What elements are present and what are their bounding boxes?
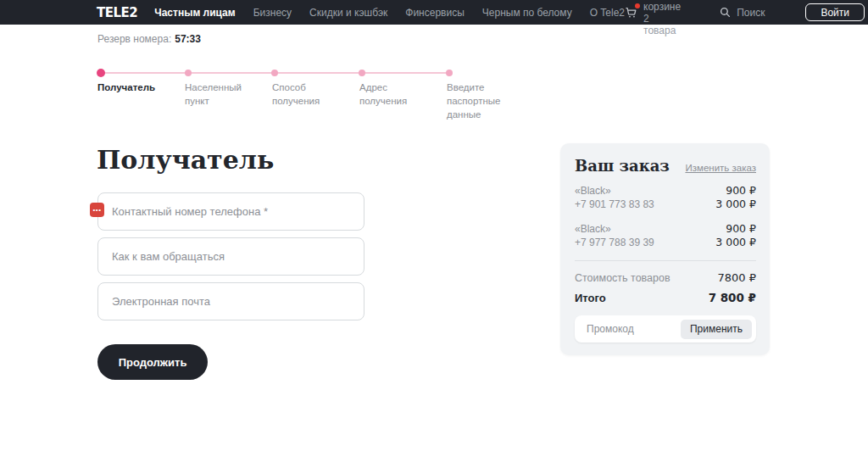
cart-icon bbox=[625, 6, 637, 19]
step-label-locality: Населенный пункт bbox=[185, 81, 259, 108]
search-link[interactable]: Поиск bbox=[720, 7, 765, 19]
subtotal-label: Стоимость товаров bbox=[575, 271, 670, 285]
password-manager-extension-icon[interactable] bbox=[90, 203, 104, 217]
subtotal-value: 7800 ₽ bbox=[718, 271, 757, 285]
nav-item-private-clients[interactable]: Частным лицам bbox=[154, 7, 235, 19]
item-name: «Black» bbox=[575, 184, 611, 198]
cart-label: В корзине 2 товара bbox=[643, 0, 681, 36]
step-label-recipient: Получатель bbox=[97, 81, 172, 94]
email-input[interactable] bbox=[97, 282, 364, 320]
promo-code-input[interactable] bbox=[575, 323, 681, 335]
top-navbar: TELE2 Частным лицам Бизнесу Скидки и кэш… bbox=[0, 0, 868, 25]
page-title: Получатель bbox=[97, 145, 274, 175]
nav-item-business[interactable]: Бизнесу bbox=[253, 7, 292, 19]
reserve-time: 57:33 bbox=[175, 33, 201, 45]
tele2-logo[interactable]: TELE2 bbox=[97, 5, 137, 20]
apply-promo-button[interactable]: Применить bbox=[681, 320, 752, 339]
item-phone: +7 901 773 83 83 bbox=[575, 198, 654, 211]
step-dot-1 bbox=[97, 69, 105, 77]
cart-link[interactable]: В корзине 2 товара bbox=[625, 0, 681, 36]
promo-code-box: Применить bbox=[575, 315, 756, 343]
nav-item-black-on-white[interactable]: Черным по белому bbox=[482, 7, 572, 19]
order-title: Ваш заказ bbox=[575, 157, 670, 175]
step-dot-2 bbox=[185, 70, 192, 76]
phone-number-input[interactable] bbox=[97, 192, 364, 231]
cart-badge-dot bbox=[635, 3, 640, 8]
header-right-group: В корзине 2 товара Поиск Войти bbox=[625, 0, 865, 36]
summary-divider bbox=[575, 260, 756, 261]
item-name: «Black» bbox=[575, 222, 611, 236]
edit-order-link[interactable]: Изменить заказ bbox=[685, 163, 756, 173]
continue-button[interactable]: Продолжить bbox=[97, 344, 208, 380]
item-phone-price: 3 000 ₽ bbox=[715, 236, 756, 249]
reserve-label: Резерв номера: bbox=[97, 33, 171, 45]
checkout-stepper: Получатель Населенный пункт Способ получ… bbox=[97, 69, 538, 128]
login-button[interactable]: Войти bbox=[805, 3, 865, 21]
nav-item-discounts-cashback[interactable]: Скидки и кэшбэк bbox=[309, 7, 387, 19]
step-dot-3 bbox=[271, 70, 278, 76]
item-phone-price: 3 000 ₽ bbox=[715, 198, 756, 211]
search-icon bbox=[720, 7, 731, 18]
order-summary-card: Ваш заказ Изменить заказ «Black» 900 ₽ +… bbox=[560, 143, 770, 355]
number-reserve-timer: Резерв номера:57:33 bbox=[97, 33, 201, 45]
nav-item-about-tele2[interactable]: О Tele2 bbox=[590, 7, 625, 19]
order-item: «Black» 900 ₽ +7 977 788 39 39 3 000 ₽ bbox=[575, 222, 756, 249]
step-label-delivery-method: Способ получения bbox=[272, 81, 347, 108]
main-nav: Частным лицам Бизнесу Скидки и кэшбэк Фи… bbox=[154, 7, 625, 19]
search-label: Поиск bbox=[737, 7, 765, 19]
nav-item-finservices[interactable]: Финсервисы bbox=[405, 7, 465, 19]
step-dot-5 bbox=[446, 70, 453, 76]
item-price: 900 ₽ bbox=[726, 222, 756, 236]
total-value: 7 800 ₽ bbox=[709, 291, 756, 304]
total-label: Итого bbox=[575, 292, 606, 305]
step-dot-4 bbox=[359, 70, 365, 76]
order-item: «Black» 900 ₽ +7 901 773 83 83 3 000 ₽ bbox=[575, 184, 756, 211]
item-price: 900 ₽ bbox=[726, 184, 756, 198]
step-label-delivery-address: Адрес получения bbox=[359, 81, 434, 108]
name-input[interactable] bbox=[97, 237, 364, 276]
step-label-passport-data: Введите паспортные данные bbox=[447, 81, 521, 121]
item-phone: +7 977 788 39 39 bbox=[575, 236, 654, 249]
